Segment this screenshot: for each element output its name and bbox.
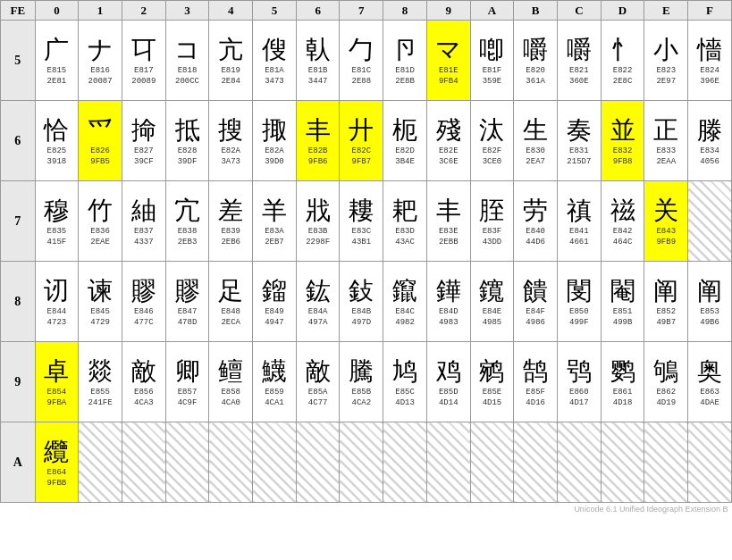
cell-7-9: 丰E83E 2EBB: [426, 181, 470, 262]
cell-char: 燚: [88, 358, 113, 386]
cell-char: 懎: [697, 37, 722, 64]
cell-8-14: 阐E852 49B7: [644, 262, 688, 342]
column-header-8: 8: [383, 1, 427, 21]
cell-char: 枙: [392, 117, 417, 145]
corner-header: FE: [1, 1, 36, 21]
watermark-row: Unicode 6.1 Unified Ideograph Extension …: [1, 503, 732, 516]
cell-5-14: 小E823 2E97: [644, 21, 688, 101]
cell-7-14: 关E843 9FB9: [644, 181, 688, 262]
cell-codes: E847 478D: [168, 307, 207, 328]
cell-8-12: 閺E850 499F: [558, 262, 602, 342]
column-header-3: 3: [165, 1, 209, 21]
cell-codes: E852 49B7: [646, 307, 686, 328]
cell-char: 丰: [436, 197, 461, 225]
cell-codes: E85A 4C77: [299, 388, 338, 408]
cell-6-13: 並E832 9FB8: [601, 101, 644, 181]
cell-char: ナ: [88, 37, 114, 64]
cell-codes: E853 49B6: [690, 307, 729, 328]
cell-8-7: 鈙E84B 497D: [340, 262, 383, 342]
column-header-C: C: [558, 1, 602, 21]
cell-char: 恰: [44, 117, 69, 145]
cell-codes: E85E 4D15: [473, 388, 512, 408]
cell-char: 喞: [479, 37, 504, 64]
cell-6-14: 正E833 2EAA: [644, 101, 688, 181]
cell-codes: E85C 4D13: [385, 388, 425, 408]
cell-codes: E81C 2E88: [341, 66, 381, 87]
cell-char: 关: [653, 197, 678, 225]
cell-codes: E81A 3473: [255, 66, 294, 87]
row-header-5: 5: [1, 21, 36, 101]
cell-7-0: 穆E835 415F: [35, 181, 79, 262]
cell-char: 小: [653, 37, 678, 64]
cell-6-4: 搜E82A 3A73: [209, 101, 253, 181]
cell-codes: E837 4337: [124, 227, 164, 247]
cell-6-3: 抵E828 39DF: [165, 101, 209, 181]
cell-char: 饋: [523, 278, 548, 305]
cell-9-5: 鱴E859 4CA1: [253, 342, 297, 422]
cell-codes: E821 360E: [560, 66, 599, 87]
cell-char: 鈜: [306, 278, 331, 305]
cell-A-6: [296, 422, 340, 503]
cell-codes: E82B 9FB6: [299, 146, 338, 167]
cell-char: 賿: [175, 278, 200, 305]
cell-char: 讱: [44, 278, 69, 305]
column-header-B: B: [514, 1, 558, 21]
cell-5-3: コE818 200CC: [165, 21, 209, 101]
cell-codes: E830 2EA7: [516, 146, 555, 167]
cell-8-15: 阐E853 49B6: [688, 262, 732, 342]
cell-codes: E819 2E84: [211, 66, 250, 87]
column-header-A: A: [470, 1, 514, 21]
cell-9-12: 鸮E860 4D17: [558, 342, 602, 422]
cell-5-11: 嚼E820 361A: [514, 21, 558, 101]
cell-codes: E83A 2EB7: [255, 227, 294, 247]
cell-char: 㔿: [131, 37, 156, 64]
cell-char: 竹: [88, 197, 113, 225]
cell-7-4: 差E839 2EB6: [209, 181, 253, 262]
cell-5-1: ナE816 20087: [79, 21, 122, 101]
cell-char: 鹓: [479, 358, 504, 386]
cell-char: 足: [218, 278, 243, 305]
cell-codes: E824 396E: [690, 66, 729, 87]
cell-char: 阐: [653, 278, 678, 305]
cell-A-11: [514, 422, 558, 503]
row-header-6: 6: [1, 101, 36, 181]
cell-char: 生: [523, 117, 548, 145]
cell-codes: E842 464C: [603, 227, 643, 247]
cell-codes: E839 2EB6: [211, 227, 250, 247]
cell-codes: E81E 9FB4: [429, 66, 468, 87]
cell-codes: E832 9FB8: [603, 146, 643, 167]
cell-codes: E820 361A: [516, 66, 555, 87]
cell-9-9: 鸡E85D 4D14: [426, 342, 470, 422]
table-row-9: 9卓E854 9FBA燚E855 241FE敵E856 4CA3卿E857 4C…: [1, 342, 732, 422]
cell-char: 閹: [610, 278, 635, 305]
cell-codes: E83C 43B1: [341, 227, 381, 247]
cell-A-12: [558, 422, 602, 503]
cell-char: 奥: [697, 358, 722, 386]
cell-codes: E82F 3CE0: [473, 146, 512, 167]
cell-5-0: 广E815 2E81: [35, 21, 79, 101]
cell-codes: E841 4661: [560, 227, 599, 247]
column-header-4: 4: [209, 1, 253, 21]
cell-codes: E854 9FBA: [38, 388, 77, 408]
cell-codes: E862 4D19: [646, 388, 686, 408]
cell-codes: E833 2EAA: [646, 146, 686, 167]
cell-char: 鱴: [262, 358, 287, 386]
cell-6-11: 生E830 2EA7: [514, 101, 558, 181]
cell-char: 嚼: [567, 37, 592, 64]
cell-char: 掫: [262, 117, 287, 145]
cell-codes: E840 44D6: [516, 227, 555, 247]
cell-9-7: 騰E85B 4CA2: [340, 342, 383, 422]
cell-7-5: 羊E83A 2EB7: [253, 181, 297, 262]
cell-char: 鸡: [436, 358, 461, 386]
cell-A-5: [253, 422, 297, 503]
cell-A-9: [426, 422, 470, 503]
cell-codes: E83B 2298F: [299, 227, 338, 247]
cell-9-2: 敵E856 4CA3: [122, 342, 165, 422]
cell-9-13: 鹦E861 4D18: [601, 342, 644, 422]
row-header-8: 8: [1, 262, 36, 342]
cell-codes: E815 2E81: [38, 66, 77, 87]
cell-9-6: 敵E85A 4C77: [296, 342, 340, 422]
cell-codes: E85D 4D14: [429, 388, 468, 408]
cell-char: 穆: [44, 197, 69, 225]
cell-char: 賿: [131, 278, 156, 305]
